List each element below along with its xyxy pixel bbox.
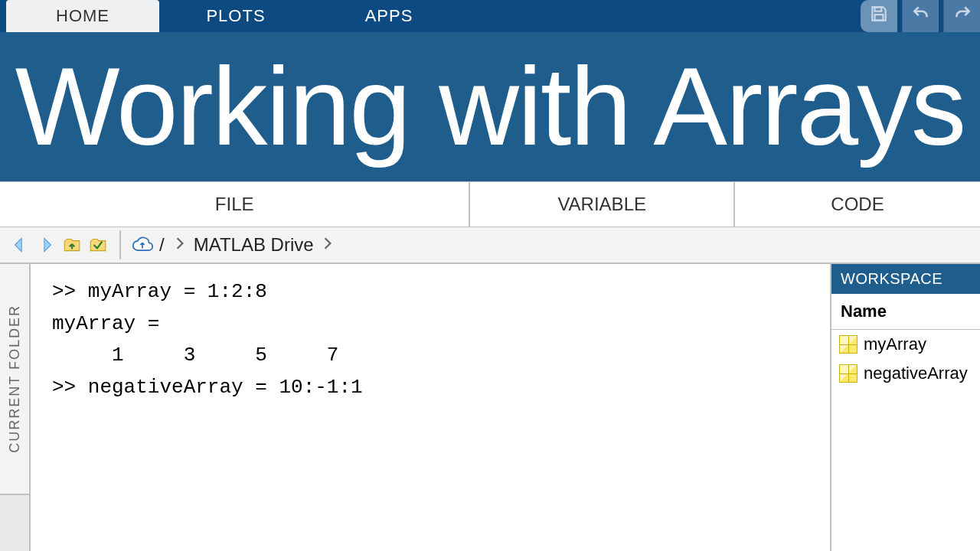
redo-button[interactable]: [943, 0, 980, 32]
navbar-divider: [119, 230, 121, 259]
breadcrumb-folder[interactable]: MATLAB Drive: [194, 234, 314, 256]
current-folder-label: CURRENT FOLDER: [7, 305, 23, 453]
page-title: Working with Arrays: [15, 43, 965, 171]
address-bar: / MATLAB Drive: [0, 227, 980, 264]
variable-name: myArray: [864, 334, 926, 354]
workspace-variable-row[interactable]: myArray: [831, 330, 980, 359]
chevron-right-icon: [323, 236, 332, 254]
tab-apps[interactable]: APPS: [312, 0, 466, 32]
workspace-variable-row[interactable]: negativeArray: [831, 359, 980, 388]
workspace-column-name[interactable]: Name: [831, 294, 980, 330]
undo-button[interactable]: [902, 0, 939, 32]
ribbon-group-file: FILE: [0, 182, 470, 227]
breadcrumb-root[interactable]: /: [159, 234, 165, 256]
save-icon: [869, 4, 889, 28]
command-window[interactable]: >> myArray = 1:2:8 myArray = 1 3 5 7 >> …: [31, 264, 830, 551]
ribbon-tabbar: HOME PLOTS APPS: [0, 0, 980, 32]
current-folder-collapsed-panel[interactable]: CURRENT FOLDER: [0, 264, 31, 494]
nav-forward-button[interactable]: [35, 234, 57, 256]
variable-icon: [839, 364, 858, 383]
variable-name: negativeArray: [864, 364, 968, 383]
undo-icon: [911, 4, 931, 28]
nav-back-button[interactable]: [9, 234, 31, 256]
chevron-right-icon: [175, 236, 185, 254]
workspace-title[interactable]: WORKSPACE: [831, 264, 980, 294]
ribbon-group-labels: FILE VARIABLE CODE: [0, 181, 980, 227]
save-button[interactable]: [861, 0, 897, 32]
tab-plots[interactable]: PLOTS: [159, 0, 312, 32]
svg-rect-1: [875, 15, 884, 21]
workspace-panel: WORKSPACE Name myArray negativeArray: [830, 264, 980, 551]
redo-icon: [952, 4, 972, 28]
command-line: >> negativeArray = 10:-1:1: [52, 372, 808, 404]
quick-access-toolbar: [861, 0, 980, 32]
command-output: 1 3 5 7: [52, 340, 808, 372]
svg-rect-0: [875, 7, 882, 11]
side-panel-stub: [0, 494, 31, 551]
browse-folder-button[interactable]: [87, 234, 109, 256]
title-banner: Working with Arrays: [0, 32, 980, 181]
variable-icon: [839, 335, 858, 354]
command-line: >> myArray = 1:2:8: [52, 276, 808, 308]
ribbon-group-variable: VARIABLE: [470, 182, 735, 227]
ribbon-group-code: CODE: [735, 182, 980, 227]
command-output: myArray =: [52, 308, 808, 341]
folder-up-button[interactable]: [61, 234, 83, 256]
current-folder-cloud-icon[interactable]: [132, 234, 153, 256]
tab-home[interactable]: HOME: [6, 0, 159, 32]
